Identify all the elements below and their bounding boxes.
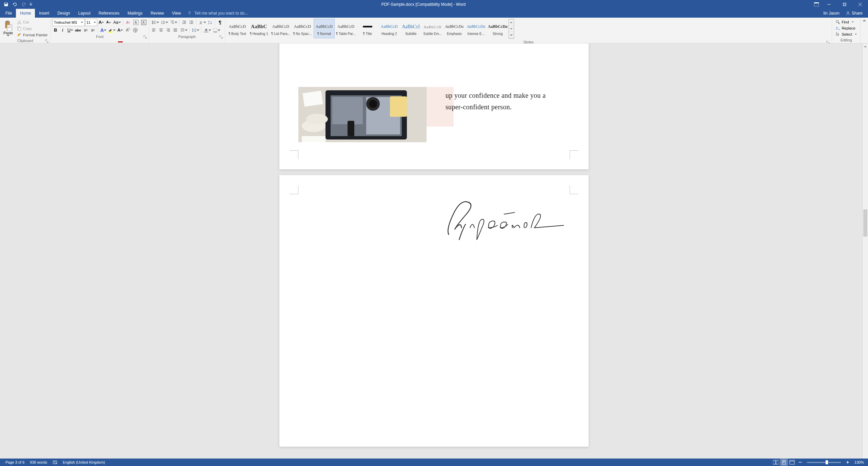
collapse-ribbon-button[interactable] bbox=[861, 18, 868, 43]
tab-references[interactable]: References bbox=[95, 9, 123, 18]
svg-rect-32 bbox=[204, 32, 208, 32]
superscript-button[interactable]: x2 bbox=[90, 26, 96, 34]
subscript-button[interactable]: x2 bbox=[82, 26, 89, 34]
align-right-button[interactable] bbox=[165, 26, 172, 34]
styles-scroll-down[interactable] bbox=[509, 26, 514, 32]
underline-button[interactable]: U bbox=[66, 26, 74, 34]
show-hide-button[interactable]: ¶ bbox=[217, 19, 223, 26]
change-case-button[interactable]: Aa bbox=[112, 19, 121, 26]
replace-button[interactable]: abac Replace bbox=[834, 25, 858, 31]
style-item[interactable]: AaBbCcDaStrong bbox=[487, 19, 508, 38]
tab-layout[interactable]: Layout bbox=[74, 9, 95, 18]
increase-indent-button[interactable] bbox=[188, 19, 195, 26]
styles-launcher[interactable] bbox=[826, 41, 830, 43]
clear-formatting-button[interactable]: A bbox=[124, 19, 132, 26]
sort-button[interactable]: AZ bbox=[207, 19, 214, 26]
group-label-font: Font bbox=[52, 34, 147, 39]
font-name-combo[interactable]: Trebuchet MS bbox=[52, 19, 85, 26]
tab-view[interactable]: View bbox=[168, 9, 185, 18]
bold-button[interactable]: B bbox=[52, 26, 59, 34]
tell-me-search[interactable]: Tell me what you want to do... bbox=[188, 11, 248, 16]
style-item[interactable]: AaBbCcD¶ List Para... bbox=[270, 19, 291, 38]
svg-rect-12 bbox=[18, 27, 21, 31]
group-styles: AaBbCcD¶ Body TextAaBbC¶ Heading 1AaBbCc… bbox=[225, 18, 832, 43]
group-label-styles: Styles bbox=[226, 39, 831, 43]
style-item[interactable]: AaBbCcD¶ Normal bbox=[314, 19, 335, 38]
tab-review[interactable]: Review bbox=[146, 9, 168, 18]
style-item[interactable]: AaBbCcDSubtle Em... bbox=[422, 19, 443, 38]
share-button[interactable]: Share bbox=[844, 10, 865, 16]
close-button[interactable] bbox=[852, 0, 868, 9]
tab-file[interactable]: File bbox=[1, 9, 16, 18]
style-item[interactable]: AaBbCcD¶ No Spac... bbox=[292, 19, 313, 38]
minimize-button[interactable] bbox=[821, 0, 837, 9]
paste-button[interactable]: Paste bbox=[1, 19, 15, 38]
copy-button[interactable]: Copy bbox=[16, 25, 49, 32]
clipboard-launcher[interactable] bbox=[45, 39, 48, 43]
svg-point-5 bbox=[847, 12, 849, 13]
styles-gallery[interactable]: AaBbCcD¶ Body TextAaBbC¶ Heading 1AaBbCc… bbox=[226, 18, 509, 39]
svg-rect-33 bbox=[214, 28, 217, 32]
shading-button[interactable] bbox=[203, 26, 212, 34]
enclose-characters-button[interactable]: 字 bbox=[132, 26, 139, 34]
user-name[interactable]: lin Jason bbox=[824, 11, 840, 16]
text-effects-button[interactable]: A bbox=[99, 26, 107, 34]
font-size-combo[interactable]: 11 bbox=[85, 19, 97, 26]
style-item[interactable]: AaBbCcDaEmphasis bbox=[444, 19, 465, 38]
tab-design[interactable]: Design bbox=[53, 9, 74, 18]
style-item[interactable]: AaBbC¶ Heading 1 bbox=[249, 19, 270, 38]
font-color-button[interactable]: A bbox=[116, 26, 123, 34]
svg-point-23 bbox=[152, 21, 153, 22]
style-item[interactable]: AaBbCcD¶ Table Par... bbox=[335, 19, 356, 38]
borders-button[interactable] bbox=[212, 26, 221, 34]
grow-font-button[interactable]: A bbox=[98, 19, 105, 26]
tab-home[interactable]: Home bbox=[16, 9, 35, 18]
multilevel-list-button[interactable] bbox=[169, 19, 178, 26]
redo-button[interactable] bbox=[20, 1, 28, 8]
shrink-font-button[interactable]: A bbox=[105, 19, 112, 26]
svg-text:A: A bbox=[142, 21, 145, 24]
maximize-button[interactable] bbox=[837, 0, 852, 9]
align-left-button[interactable] bbox=[151, 26, 157, 34]
strikethrough-button[interactable]: abc bbox=[74, 26, 82, 34]
styles-expand[interactable] bbox=[509, 32, 514, 38]
numbering-button[interactable]: 123 bbox=[160, 19, 169, 26]
character-border-button[interactable]: A bbox=[140, 19, 147, 26]
decrease-indent-button[interactable] bbox=[181, 19, 188, 26]
qat-customize-button[interactable] bbox=[28, 1, 33, 8]
svg-rect-3 bbox=[844, 3, 846, 5]
font-launcher[interactable] bbox=[143, 35, 147, 39]
line-spacing-button[interactable] bbox=[191, 26, 200, 34]
style-item[interactable]: AaBbCcDaIntense E... bbox=[466, 19, 487, 38]
style-item[interactable]: AaBbCcD¶ Body Text bbox=[227, 19, 248, 38]
find-button[interactable]: Find bbox=[834, 19, 858, 25]
style-item[interactable]: ━━¶ Title bbox=[357, 19, 378, 38]
asian-layout-button[interactable]: 文 bbox=[198, 19, 206, 26]
undo-button[interactable] bbox=[11, 1, 19, 8]
select-button[interactable]: Select bbox=[834, 31, 858, 37]
ribbon-content: Paste Cut Copy Format Painter Clipboa bbox=[0, 18, 868, 43]
svg-text:字: 字 bbox=[134, 29, 137, 32]
align-center-button[interactable] bbox=[158, 26, 164, 34]
italic-button[interactable]: I bbox=[59, 26, 66, 34]
distributed-button[interactable] bbox=[179, 26, 188, 34]
styles-scroll-up[interactable] bbox=[509, 19, 514, 26]
save-button[interactable] bbox=[2, 1, 10, 8]
phonetic-guide-button[interactable]: A bbox=[132, 19, 140, 26]
tab-insert[interactable]: Insert bbox=[35, 9, 53, 18]
group-font: Trebuchet MS 11 A A Aa A A A B I U abc x… bbox=[51, 18, 149, 43]
justify-button[interactable] bbox=[172, 26, 179, 34]
character-shading-button[interactable]: A bbox=[124, 26, 131, 34]
svg-rect-1 bbox=[814, 2, 819, 3]
ribbon-display-options-button[interactable] bbox=[812, 0, 821, 9]
bullets-button[interactable] bbox=[151, 19, 159, 26]
highlight-button[interactable] bbox=[107, 26, 116, 34]
format-painter-button[interactable]: Format Painter bbox=[16, 32, 49, 38]
quick-access-toolbar bbox=[0, 1, 35, 8]
style-item[interactable]: AaBbCcISubtitle bbox=[400, 19, 421, 38]
svg-text:ac: ac bbox=[838, 28, 840, 30]
cut-button[interactable]: Cut bbox=[16, 19, 49, 25]
paragraph-launcher[interactable] bbox=[219, 35, 223, 39]
tab-mailings[interactable]: Mailings bbox=[123, 9, 146, 18]
style-item[interactable]: AaBbCcDHeading 2 bbox=[379, 19, 400, 38]
